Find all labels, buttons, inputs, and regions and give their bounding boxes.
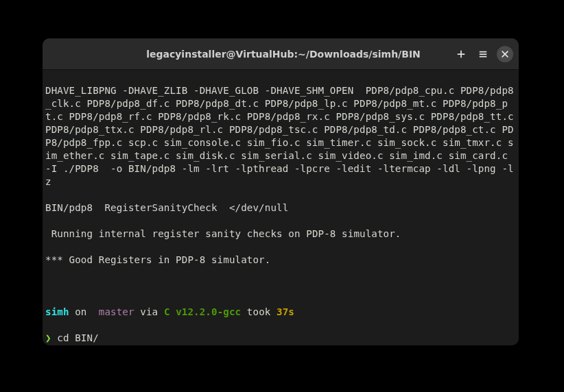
prompt-dir: simh [45, 306, 69, 317]
lang-version: C v12.2.0-gcc [164, 306, 241, 317]
titlebar: legacyinstaller@VirtualHub:~/Downloads/s… [43, 38, 519, 70]
new-tab-button[interactable] [453, 46, 469, 62]
command-line-1: ❯ cd BIN/ [45, 332, 516, 345]
prompt-line-1: simh on master via C v12.2.0-gcc took 37… [45, 306, 516, 319]
prompt-arrow: ❯ [45, 332, 51, 343]
window-title: legacyinstaller@VirtualHub:~/Downloads/s… [114, 49, 453, 60]
close-button[interactable] [497, 46, 513, 62]
hamburger-icon [478, 49, 488, 59]
build-output: DHAVE_LIBPNG -DHAVE_ZLIB -DHAVE_GLOB -DH… [45, 84, 516, 188]
git-branch: master [93, 306, 134, 317]
good-registers-line: *** Good Registers in PDP-8 simulator. [45, 254, 516, 267]
close-icon [500, 49, 510, 59]
titlebar-buttons [453, 46, 513, 62]
running-line: Running internal register sanity checks … [45, 228, 516, 241]
terminal-window: legacyinstaller@VirtualHub:~/Downloads/s… [43, 38, 519, 345]
plus-icon [456, 49, 466, 59]
command-text: cd BIN/ [51, 332, 99, 343]
sanity-check-line: BIN/pdp8 RegisterSanityCheck </dev/null [45, 201, 516, 215]
menu-button[interactable] [475, 46, 491, 62]
terminal-content[interactable]: DHAVE_LIBPNG -DHAVE_ZLIB -DHAVE_GLOB -DH… [43, 70, 519, 345]
duration: 37s [277, 306, 294, 317]
blank-line [45, 280, 516, 293]
